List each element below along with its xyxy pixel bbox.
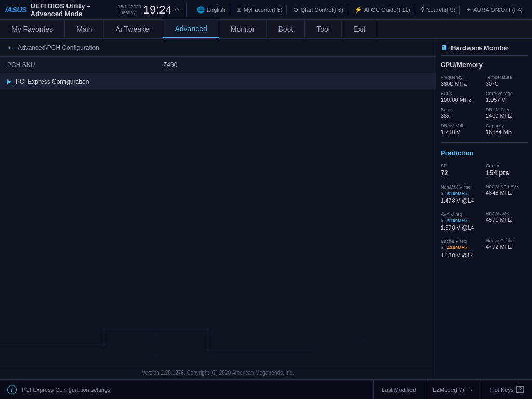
core-voltage-cell: Core Voltage 1.057 V (486, 91, 528, 103)
bclk-value: 100.00 MHz (441, 97, 483, 103)
ratio-value: 38x (441, 113, 483, 119)
last-modified-button[interactable]: Last Modified (373, 380, 424, 399)
logo-area: /ASUS UEFI BIOS Utility – Advanced Mode (5, 2, 105, 18)
cache-req-cell: Cache V req for 4300MHz 1.180 V @L4 (441, 238, 483, 258)
ez-mode-button[interactable]: EzMode(F7) → (424, 380, 482, 399)
avx-req-label: AVX V req for 5100MHz (441, 211, 483, 224)
prediction-section-title: Prediction (441, 148, 528, 158)
asus-logo: /ASUS (5, 5, 26, 14)
aura-button[interactable]: ✦ AURA ON/OFF(F4) (462, 5, 527, 15)
search-button[interactable]: ? Search(F9) (417, 5, 460, 15)
hot-keys-label: Hot Keys (490, 387, 514, 393)
version-text: Version 2.20.1276. Copyright (C) 2020 Am… (142, 370, 294, 376)
cache-req-label: Cache V req for 4300MHz (441, 238, 483, 251)
language-icon: 🌐 (197, 6, 205, 14)
frequency-value: 3800 MHz (441, 81, 483, 87)
temperature-label: Temperature (486, 75, 528, 80)
version-bar: Version 2.20.1276. Copyright (C) 2020 Am… (0, 366, 436, 379)
cpu-memory-section-title: CPU/Memory (441, 59, 528, 70)
config-table: PCH SKU Z490 ▶ PCI Express Configuration (0, 57, 436, 399)
capacity-value: 16384 MB (486, 129, 528, 135)
avx-volt-value: 1.570 V @L4 (441, 224, 483, 231)
qfan-button[interactable]: ⊙ Qfan Control(F6) (289, 5, 348, 15)
tab-boot[interactable]: Boot (267, 20, 305, 38)
ratio-cell: Ratio 38x (441, 107, 483, 119)
expand-arrow-icon: ▶ (7, 78, 11, 85)
settings-gear-icon[interactable]: ⚙ (174, 6, 180, 14)
pch-sku-label: PCH SKU (7, 61, 163, 69)
nonavx-volt-value: 1.478 V @L4 (441, 197, 483, 204)
temperature-value: 30°C (486, 81, 528, 87)
tab-favorites[interactable]: My Favorites (0, 20, 65, 38)
aura-icon: ✦ (466, 6, 471, 14)
bclk-label: BCLK (441, 91, 483, 96)
bios-title: UEFI BIOS Utility – Advanced Mode (31, 2, 105, 18)
dram-freq-label: DRAM Freq. (486, 107, 528, 112)
tab-monitor[interactable]: Monitor (219, 20, 267, 38)
dram-freq-value: 2400 MHz (486, 113, 528, 119)
breadcrumb-path: Advanced\PCH Configuration (18, 44, 99, 51)
heavy-avx-value: 4571 MHz (486, 217, 528, 223)
frequency-label: Frequency (441, 75, 483, 80)
capacity-cell: Capacity 16384 MB (486, 123, 528, 135)
language-selector[interactable]: 🌐 English (193, 5, 230, 15)
last-modified-label: Last Modified (382, 387, 416, 393)
qfan-label: Qfan Control(F6) (300, 7, 343, 13)
cooler-value: 154 pts (486, 169, 528, 177)
sp-value: 72 (441, 169, 483, 177)
core-voltage-label: Core Voltage (486, 91, 528, 96)
core-voltage-value: 1.057 V (486, 97, 528, 103)
top-bar: /ASUS UEFI BIOS Utility – Advanced Mode … (0, 0, 532, 20)
language-label: English (207, 7, 225, 13)
status-info: i PCI Express Configuration settings (0, 385, 118, 394)
avx-req-cell: AVX V req for 5100MHz 1.570 V @L4 (441, 211, 483, 231)
pch-sku-row: PCH SKU Z490 (0, 57, 436, 73)
nonavx-req-label: NonAVX V req for 5100MHz (441, 184, 483, 197)
dram-freq-cell: DRAM Freq. 2400 MHz (486, 107, 528, 119)
tab-tool[interactable]: Tool (305, 20, 342, 38)
dram-volt-label: DRAM Volt. (441, 123, 483, 128)
ratio-label: Ratio (441, 107, 483, 112)
ez-mode-icon: → (468, 387, 473, 393)
myfavorite-button[interactable]: ⊞ MyFavorite(F3) (232, 5, 287, 15)
statusbar-right: Last Modified EzMode(F7) → Hot Keys ? (373, 380, 532, 399)
sp-label: SP (441, 163, 483, 168)
prediction-nonavx-row: NonAVX V req for 5100MHz 1.478 V @L4 Hea… (441, 182, 528, 206)
heavy-cache-label: Heavy Cache (486, 238, 528, 243)
hot-keys-icon: ? (516, 386, 524, 393)
tab-ai-tweaker[interactable]: Ai Tweaker (104, 20, 163, 38)
prediction-avx-row: AVX V req for 5100MHz 1.570 V @L4 Heavy … (441, 209, 528, 233)
cooler-label: Cooler (486, 163, 528, 168)
ai-oc-label: AI OC Guide(F11) (364, 7, 410, 13)
date-display: 08/11/2020 Tuesday (118, 4, 141, 16)
cpu-memory-grid: Frequency 3800 MHz Temperature 30°C BCLK… (441, 73, 528, 137)
hw-monitor-header: 🖥 Hardware Monitor (441, 44, 528, 56)
heavy-avx-cell: Heavy AVX 4571 MHz (486, 211, 528, 231)
pci-express-label: PCI Express Configuration (16, 78, 89, 85)
tab-advanced[interactable]: Advanced (163, 20, 219, 38)
myfavorite-label: MyFavorite(F3) (244, 7, 283, 13)
heavy-nonavx-label: Heavy Non-AVX (486, 184, 528, 189)
tab-main[interactable]: Main (65, 20, 104, 38)
qfan-icon: ⊙ (293, 6, 298, 14)
dram-volt-cell: DRAM Volt. 1.200 V (441, 123, 483, 135)
prediction-sp-cooler: SP 72 Cooler 154 pts (441, 161, 528, 179)
hot-keys-button[interactable]: Hot Keys ? (482, 380, 532, 399)
ai-oc-guide-button[interactable]: ⚡ AI OC Guide(F11) (350, 5, 415, 15)
tab-exit[interactable]: Exit (342, 20, 377, 38)
sp-cell: SP 72 (441, 163, 483, 177)
myfavorite-icon: ⊞ (236, 6, 242, 14)
prediction-cache-row: Cache V req for 4300MHz 1.180 V @L4 Heav… (441, 236, 528, 260)
pci-express-row[interactable]: ▶ PCI Express Configuration (0, 73, 436, 90)
search-label: Search(F9) (427, 7, 455, 13)
cooler-cell: Cooler 154 pts (486, 163, 528, 177)
bclk-cell: BCLK 100.00 MHz (441, 91, 483, 103)
main-content: ← Advanced\PCH Configuration PCH SKU Z49… (0, 39, 436, 399)
dram-volt-value: 1.200 V (441, 129, 483, 135)
hardware-monitor-panel: 🖥 Hardware Monitor CPU/Memory Frequency … (436, 39, 532, 399)
ai-oc-icon: ⚡ (354, 6, 362, 14)
pch-sku-value: Z490 (163, 61, 429, 69)
status-bar: i PCI Express Configuration settings Las… (0, 379, 532, 399)
divider (441, 142, 528, 143)
breadcrumb-back-button[interactable]: ← (7, 44, 15, 52)
